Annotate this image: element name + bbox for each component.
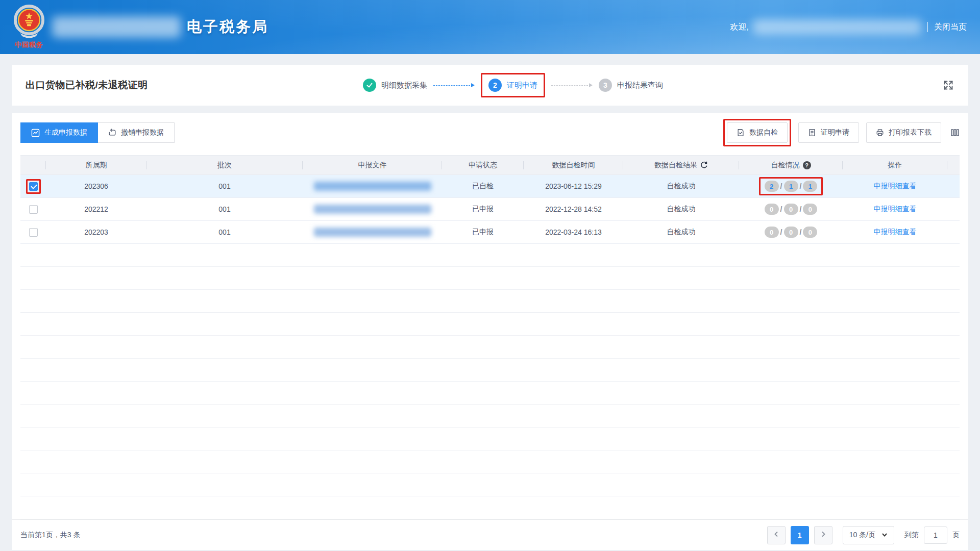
empty-table-row [20,359,960,382]
action-cell: 申报明细查看 [843,221,947,244]
pagination-bar: 当前第1页，共3 条 1 10 条/页 到第 页 [12,519,968,550]
current-page-button[interactable]: 1 [791,526,809,544]
printer-icon [876,129,884,137]
pagination-controls: 1 10 条/页 到第 页 [767,526,960,544]
chevron-left-icon [773,531,780,539]
view-declaration-detail-link[interactable]: 申报明细查看 [874,205,917,213]
refresh-icon[interactable] [700,161,708,169]
help-question-icon[interactable]: ? [803,161,811,169]
blurred-file-name[interactable] [314,205,431,214]
doc-icon [808,129,816,137]
self-check-counts: 0/0/0 [765,204,818,215]
row-select-cell [20,221,46,244]
undo-icon [108,129,116,137]
action-buttons: 数据自检证明申请打印报表下载 [723,119,960,146]
doc-check-icon [737,129,745,137]
goto-page-label: 到第 [904,531,919,540]
file-cell [303,198,442,221]
annotation-highlight: 数据自检 [723,119,791,146]
count-separator: / [800,182,802,190]
count-badge: 0 [765,227,779,238]
next-page-button[interactable] [814,526,832,544]
filler-cell [947,221,960,244]
select-all-header-cell [20,156,46,175]
self-check-counts: 0/0/0 [765,227,818,238]
revoke-declaration-data-button[interactable]: 撤销申报数据 [98,122,175,143]
column-header-label: 申报文件 [358,161,387,170]
welcome-label: 欢迎, [730,22,749,33]
page-size-select[interactable]: 10 条/页 [843,526,894,544]
column-header-label: 申请状态 [469,161,497,170]
column-settings-icon[interactable] [950,128,960,137]
header-right: 欢迎, 关闭当页 [730,19,967,35]
empty-table-row [20,336,960,359]
step-number: 2 [488,79,502,92]
data-self-check-button[interactable]: 数据自检 [727,122,788,143]
blurred-file-name[interactable] [314,228,431,237]
count-badge: 0 [803,204,817,215]
certificate-apply-button[interactable]: 证明申请 [798,122,859,143]
row-checkbox[interactable] [29,205,38,214]
count-badge: 0 [803,227,817,238]
generate-declaration-data-button[interactable]: 生成申报数据 [20,122,98,143]
count-separator: / [780,182,782,190]
table-row: 202212001已申报2022-12-28 14:52自检成功0/0/0申报明… [20,198,960,221]
chevron-right-icon [820,531,827,539]
filler-cell [947,198,960,221]
period-cell: 202212 [46,198,146,221]
declaration-table: 所属期批次申报文件申请状态数据自检时间数据自检结果自检情况?操作 2023060… [20,155,960,519]
print-report-download-button[interactable]: 打印报表下载 [866,122,941,143]
check-result-cell: 自检成功 [623,198,739,221]
chevron-down-icon [881,531,888,539]
blurred-username [753,19,921,35]
column-header: 操作 [843,156,947,175]
step-label: 证明申请 [507,81,537,90]
blurred-province-name [52,16,181,38]
empty-table-row [20,313,960,336]
step-certificate-application[interactable]: 2证明申请 [488,79,537,92]
empty-table-row [20,405,960,428]
blurred-file-name[interactable] [314,182,431,191]
count-badge: 0 [784,204,798,215]
column-header-label: 操作 [888,161,902,170]
view-declaration-detail-link[interactable]: 申报明细查看 [874,182,917,190]
self-check-counts-cell: 0/0/0 [739,221,843,244]
action-cell: 申报明细查看 [843,198,947,221]
goto-page-input[interactable] [924,527,947,544]
check-time-cell: 2023-06-12 15:29 [524,175,623,198]
pagination-summary: 当前第1页，共3 条 [20,531,80,540]
self-check-counts-cell: 0/0/0 [739,198,843,221]
count-badge: 2 [765,181,779,192]
step-number: 3 [599,79,612,92]
status-cell: 已自检 [442,175,524,198]
annotation-highlight [26,179,41,194]
filler-header-cell [947,156,960,175]
close-page-link[interactable]: 关闭当页 [934,22,967,33]
step-connector [433,83,475,87]
count-separator: / [780,205,782,213]
goto-page-suffix: 页 [952,531,960,540]
prev-page-button[interactable] [767,526,786,544]
data-action-tabs: 生成申报数据撤销申报数据 [20,122,175,143]
step-label: 申报结果查询 [617,81,663,90]
check-time-cell: 2022-03-24 16:13 [524,221,623,244]
step-detail-data-collection[interactable]: 明细数据采集 [363,79,427,92]
file-cell [303,221,442,244]
status-cell: 已申报 [442,221,524,244]
main-panel: 生成申报数据撤销申报数据 数据自检证明申请打印报表下载 所属期批次申报文件申请状… [12,113,968,550]
annotation-highlight: 2/1/1 [759,177,823,195]
empty-table-row [20,382,960,405]
column-header-label: 自检情况 [771,161,800,170]
filler-cell [947,175,960,198]
step-declaration-result-query[interactable]: 3申报结果查询 [599,79,663,92]
count-separator: / [800,228,802,236]
column-header: 自检情况? [739,156,843,175]
button-label: 生成申报数据 [44,128,87,137]
fullscreen-expand-icon[interactable] [942,79,954,91]
header-divider [927,22,928,32]
row-checkbox[interactable] [29,228,38,237]
step-label: 明细数据采集 [381,81,427,90]
row-checkbox[interactable] [29,182,38,191]
view-declaration-detail-link[interactable]: 申报明细查看 [874,228,917,236]
count-separator: / [780,228,782,236]
